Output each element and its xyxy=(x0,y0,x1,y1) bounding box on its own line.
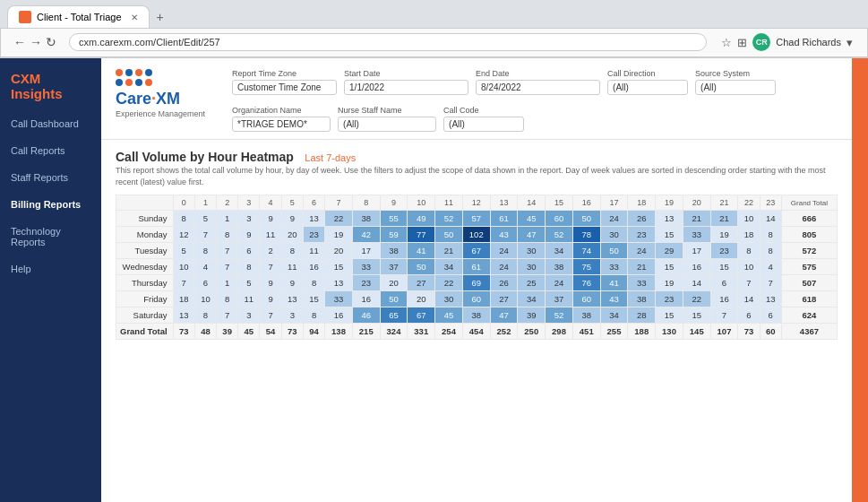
cell-sunday-hour-7: 22 xyxy=(325,211,353,227)
cell-sunday-hour-22: 10 xyxy=(738,211,760,227)
cell-friday-hour-16: 60 xyxy=(572,291,600,307)
cell-saturday-hour-11: 45 xyxy=(435,307,463,324)
menu-icon[interactable]: ▾ xyxy=(847,36,853,49)
cell-sunday-hour-8: 38 xyxy=(352,211,380,227)
grand-total-hour-19: 130 xyxy=(656,324,683,340)
table-row: Friday1810811913153316502030602734376043… xyxy=(116,291,838,307)
cell-saturday-hour-15: 52 xyxy=(546,307,573,324)
cell-saturday-hour-18: 28 xyxy=(628,307,656,324)
cell-thursday-hour-4: 9 xyxy=(260,275,281,291)
sidebar-item-call-dashboard[interactable]: Call Dashboard xyxy=(0,110,101,137)
start-date-input[interactable] xyxy=(344,80,468,95)
filter-report-timezone: Report Time Zone Customer Time Zone xyxy=(232,69,337,95)
grand-total-value: 4367 xyxy=(781,324,837,340)
header-hour-12: 12 xyxy=(462,195,490,211)
cell-wednesday-hour-1: 4 xyxy=(194,259,216,275)
nurse-staff-select[interactable]: (All) xyxy=(338,117,436,132)
cell-tuesday-hour-17: 50 xyxy=(600,243,628,259)
filter-call-direction: Call Direction (All) xyxy=(607,69,688,95)
sidebar-item-billing-reports[interactable]: Billing Reports xyxy=(0,191,101,218)
cell-saturday-hour-14: 39 xyxy=(518,307,546,324)
cell-wednesday-hour-15: 38 xyxy=(546,259,573,275)
cell-thursday-hour-3: 5 xyxy=(238,275,260,291)
cell-saturday-hour-3: 3 xyxy=(238,307,260,324)
cell-thursday-hour-5: 9 xyxy=(281,275,303,291)
cell-saturday-hour-2: 7 xyxy=(217,307,238,324)
cell-sunday-hour-3: 3 xyxy=(238,211,260,227)
cell-sunday-hour-14: 45 xyxy=(518,211,546,227)
report-title-row: Call Volume by Hour Heatmap Last 7-days xyxy=(116,149,838,165)
url-input[interactable]: cxm.carexm.com/Client/Edit/257 xyxy=(69,33,707,51)
cell-sunday-hour-1: 5 xyxy=(194,211,216,227)
cell-sunday-hour-12: 57 xyxy=(462,211,490,227)
grand-total-hour-14: 250 xyxy=(518,324,546,340)
cell-sunday-hour-5: 9 xyxy=(281,211,303,227)
cell-wednesday-hour-4: 7 xyxy=(260,259,281,275)
cell-sunday-hour-10: 49 xyxy=(408,211,435,227)
back-button[interactable]: ← xyxy=(13,35,26,49)
logo-subtitle: Experience Management xyxy=(116,109,205,118)
cell-wednesday-hour-9: 37 xyxy=(380,259,408,275)
cell-thursday-hour-23: 7 xyxy=(760,275,781,291)
cell-wednesday-hour-8: 33 xyxy=(352,259,380,275)
sidebar-item-technology-reports[interactable]: Technology Reports xyxy=(0,218,101,255)
grand-total-hour-18: 188 xyxy=(628,324,656,340)
sidebar-item-call-reports[interactable]: Call Reports xyxy=(0,137,101,164)
call-direction-select[interactable]: (All) xyxy=(607,80,688,95)
end-date-input[interactable] xyxy=(476,80,600,95)
header-hour-2: 2 xyxy=(217,195,238,211)
filters-area: Report Time Zone Customer Time Zone Star… xyxy=(232,69,838,132)
grand-total-hour-6: 94 xyxy=(303,324,324,340)
address-bar: ← → ↻ cxm.carexm.com/Client/Edit/257 ☆ ⊞… xyxy=(0,28,868,57)
sidebar-item-help[interactable]: Help xyxy=(0,255,101,282)
header-hour-4: 4 xyxy=(260,195,281,211)
cell-tuesday-hour-18: 24 xyxy=(628,243,656,259)
grand-total-hour-10: 331 xyxy=(408,324,435,340)
refresh-button[interactable]: ↻ xyxy=(46,35,56,49)
extensions-icon[interactable]: ⊞ xyxy=(737,36,747,49)
forward-button[interactable]: → xyxy=(30,35,42,49)
header-hour-1: 1 xyxy=(194,195,216,211)
tab-favicon xyxy=(19,11,31,23)
bookmark-icon[interactable]: ☆ xyxy=(721,36,732,49)
cell-wednesday-hour-5: 11 xyxy=(281,259,303,275)
cell-friday-hour-5: 13 xyxy=(281,291,303,307)
sidebar-item-staff-reports[interactable]: Staff Reports xyxy=(0,164,101,191)
header-hour-23: 23 xyxy=(760,195,781,211)
cell-tuesday-hour-16: 74 xyxy=(572,243,600,259)
new-tab-button[interactable]: + xyxy=(150,6,171,28)
report-title: Call Volume by Hour Heatmap xyxy=(116,150,294,164)
cell-friday-hour-9: 50 xyxy=(380,291,408,307)
cell-tuesday-hour-9: 38 xyxy=(380,243,408,259)
cell-thursday-hour-8: 23 xyxy=(352,275,380,291)
tab-close-button[interactable]: ✕ xyxy=(131,13,138,22)
cell-wednesday-hour-23: 4 xyxy=(760,259,781,275)
active-tab[interactable]: Client - Total Triage ✕ xyxy=(7,5,150,28)
header-hour-21: 21 xyxy=(710,195,738,211)
call-code-select[interactable]: (All) xyxy=(443,117,524,132)
report-timezone-select[interactable]: Customer Time Zone xyxy=(232,80,337,95)
cell-friday-hour-7: 33 xyxy=(325,291,353,307)
cell-sunday-hour-15: 60 xyxy=(546,211,573,227)
user-avatar[interactable]: CR xyxy=(752,33,770,51)
cell-monday-hour-18: 23 xyxy=(628,227,656,243)
cell-wednesday-hour-3: 8 xyxy=(238,259,260,275)
grand-total-hour-7: 138 xyxy=(325,324,353,340)
cell-sunday-hour-19: 13 xyxy=(656,211,683,227)
filter-org-name: Organization Name *TRIAGE DEMO* xyxy=(232,106,331,132)
org-name-select[interactable]: *TRIAGE DEMO* xyxy=(232,117,331,132)
cell-tuesday-hour-11: 21 xyxy=(435,243,463,259)
cell-thursday-hour-19: 19 xyxy=(656,275,683,291)
row-label-wednesday: Wednesday xyxy=(116,259,174,275)
cell-monday-hour-3: 9 xyxy=(238,227,260,243)
source-system-select[interactable]: (All) xyxy=(695,80,776,95)
cell-saturday-hour-4: 7 xyxy=(260,307,281,324)
cell-friday-hour-14: 34 xyxy=(518,291,546,307)
cell-monday-hour-15: 52 xyxy=(546,227,573,243)
grand-total-hour-0: 73 xyxy=(173,324,194,340)
cell-tuesday-hour-10: 41 xyxy=(408,243,435,259)
logo-dot-7 xyxy=(135,79,142,86)
main-layout: CXM Insights Call Dashboard Call Reports… xyxy=(0,58,868,502)
cell-friday-hour-11: 30 xyxy=(435,291,463,307)
row-total-friday: 618 xyxy=(781,291,837,307)
